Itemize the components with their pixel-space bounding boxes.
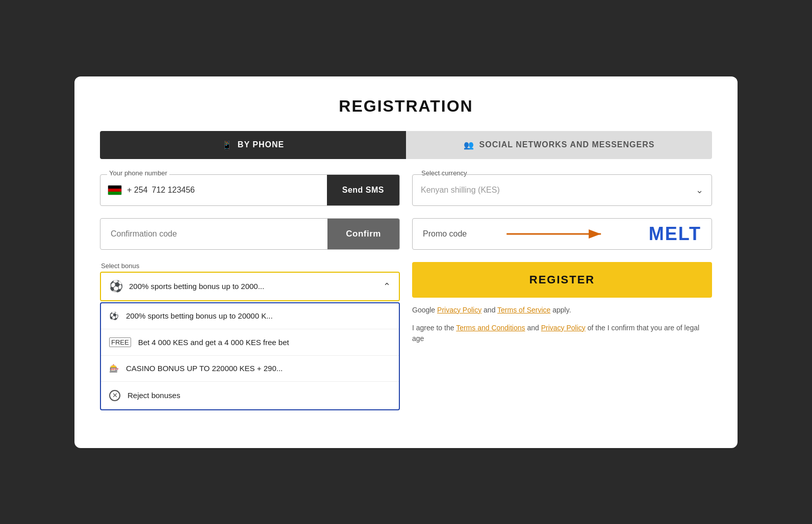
currency-select[interactable]: Kenyan shilling (KES) ⌄	[412, 174, 712, 206]
promo-arrow	[472, 231, 643, 237]
freebet-bonus-icon: FREE	[109, 337, 131, 347]
social-tab-icon: 👥	[464, 140, 474, 150]
bonus-selected-text: 200% sports betting bonus up to 2000...	[129, 282, 377, 291]
arrow-svg	[472, 226, 643, 242]
bonus-select-section: Select bonus ⚽ 200% sports betting bonus…	[100, 262, 400, 410]
bonus-option-freebet[interactable]: FREE Bet 4 000 KES and get a 4 000 KES f…	[101, 329, 399, 356]
sports-bonus-icon: ⚽	[109, 311, 119, 321]
privacy-policy-link[interactable]: Privacy Policy	[437, 306, 481, 314]
casino-bonus-label: CASINO BONUS UP TO 220000 KES + 290...	[126, 364, 283, 373]
legal-google-text: Google Privacy Policy and Terms of Servi…	[412, 305, 712, 316]
bonus-option-reject[interactable]: ✕ Reject bonuses	[101, 382, 399, 409]
phone-prefix: + 254	[127, 186, 151, 195]
registration-modal: REGISTRATION 📱 BY PHONE 👥 SOCIAL NETWORK…	[74, 76, 738, 448]
tab-social[interactable]: 👥 SOCIAL NETWORKS AND MESSENGERS	[406, 131, 712, 159]
promo-label: Promo code	[423, 229, 467, 239]
page-title: REGISTRATION	[100, 97, 712, 116]
sports-bonus-label: 200% sports betting bonus up to 20000 K.…	[126, 311, 273, 320]
reject-bonus-label: Reject bonuses	[128, 391, 180, 400]
and-text-1: and	[484, 306, 495, 314]
promo-code-value: MELT	[649, 223, 701, 245]
agree-text: I agree to the	[412, 324, 454, 332]
and-text-2: and	[527, 324, 539, 332]
chevron-down-icon: ⌄	[696, 185, 703, 196]
google-text: Google	[412, 306, 435, 314]
phone-tab-label: BY PHONE	[238, 140, 284, 149]
confirmation-code-input[interactable]	[100, 229, 327, 239]
terms-of-service-link[interactable]: Terms of Service	[497, 306, 550, 314]
bonus-section-label: Select bonus	[100, 262, 400, 270]
confirmation-field-container: Confirm	[100, 218, 400, 250]
social-tab-label: SOCIAL NETWORKS AND MESSENGERS	[479, 140, 655, 149]
phone-currency-row: Your phone number + 254 Send SMS Select …	[100, 174, 712, 206]
bonus-chevron-up-icon: ⌃	[383, 281, 391, 292]
legal-agree-text: I agree to the Terms and Conditions and …	[412, 323, 712, 344]
phone-tab-icon: 📱	[222, 140, 233, 150]
phone-field-label: Your phone number	[107, 169, 169, 177]
bonus-option-sports[interactable]: ⚽ 200% sports betting bonus up to 20000 …	[101, 303, 399, 329]
currency-field-group: Select currency Kenyan shilling (KES) ⌄	[412, 174, 712, 206]
reject-bonus-icon: ✕	[109, 390, 120, 401]
confirm-button[interactable]: Confirm	[327, 219, 399, 249]
promo-field-group: Promo code MELT	[412, 218, 712, 250]
phone-field-container: + 254 Send SMS	[100, 174, 400, 206]
registration-tabs: 📱 BY PHONE 👥 SOCIAL NETWORKS AND MESSENG…	[100, 131, 712, 159]
bonus-option-casino[interactable]: 🎰 CASINO BONUS UP TO 220000 KES + 290...	[101, 356, 399, 382]
privacy-policy2-link[interactable]: Privacy Policy	[541, 324, 586, 332]
bonus-selected-option[interactable]: ⚽ 200% sports betting bonus up to 2000..…	[101, 273, 399, 300]
bonus-dropdown: ⚽ 200% sports betting bonus up to 20000 …	[100, 302, 400, 410]
flag-icon	[100, 185, 127, 195]
bonus-selected-icon: ⚽	[109, 280, 123, 293]
of-the-text: of the	[588, 324, 605, 332]
phone-field-group: Your phone number + 254 Send SMS	[100, 174, 400, 206]
promo-code-field[interactable]: Promo code MELT	[412, 218, 712, 250]
confirm-field-group: Confirm	[100, 218, 400, 250]
bonus-select-wrapper: ⚽ 200% sports betting bonus up to 2000..…	[100, 272, 400, 301]
freebet-bonus-label: Bet 4 000 KES and get a 4 000 KES free b…	[138, 338, 289, 347]
terms-conditions-link[interactable]: Terms and Conditions	[456, 324, 525, 332]
flag-green	[108, 192, 121, 195]
kenya-flag	[108, 185, 122, 195]
register-button[interactable]: REGISTER	[412, 262, 712, 298]
tab-by-phone[interactable]: 📱 BY PHONE	[100, 131, 406, 159]
bottom-section: Select bonus ⚽ 200% sports betting bonus…	[100, 262, 712, 423]
phone-number-input[interactable]	[151, 186, 326, 195]
confirm-promo-row: Confirm Promo code MELT	[100, 218, 712, 250]
register-section: REGISTER Google Privacy Policy and Terms…	[412, 262, 712, 344]
currency-value: Kenyan shilling (KES)	[421, 186, 696, 195]
casino-bonus-icon: 🎰	[109, 364, 119, 373]
apply-text: apply.	[552, 306, 571, 314]
bonus-section: Select bonus ⚽ 200% sports betting bonus…	[100, 262, 400, 423]
send-sms-button[interactable]: Send SMS	[327, 175, 399, 205]
